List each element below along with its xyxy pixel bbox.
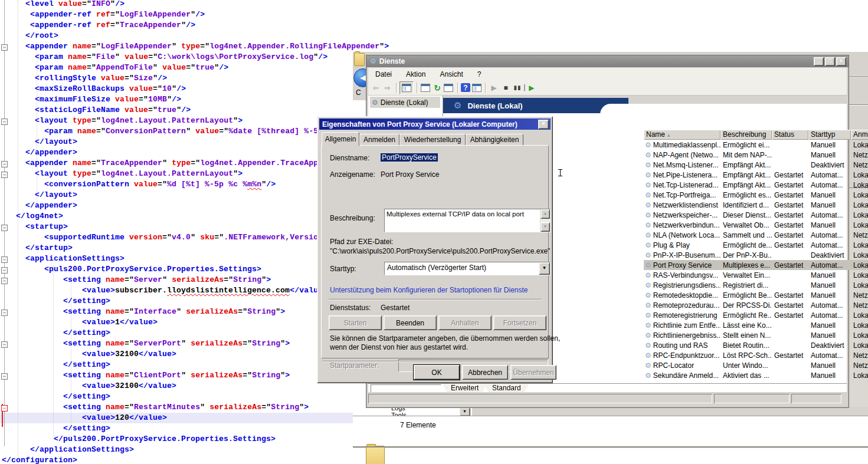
code-line[interactable]: <param name="AppendToFile" value="true"/… [2,62,389,73]
menu-aktion[interactable]: Aktion [399,70,433,78]
chevron-down-icon[interactable]: ▼ [539,262,550,275]
table-row[interactable]: ⚙Remotedesktopdie...Ermöglicht Be...Gest… [644,290,868,300]
code-line[interactable]: <rollingStyle value="Size"/> [2,73,389,84]
table-row[interactable]: ⚙Multimediaklassenpl...Ermöglicht ei...M… [644,140,868,150]
services-titlebar[interactable]: ⚙ Dienste _ □ × [366,55,849,67]
code-line[interactable]: <staticLogFileName value="true"/> [2,105,389,116]
startup-options-link[interactable]: Unterstützung beim Konfigurieren der Sta… [330,286,528,294]
service-gear-icon: ⚙ [645,192,651,199]
code-line[interactable]: </applicationSettings> [2,445,389,455]
tab-anmelden[interactable]: Anmelden [359,134,399,146]
table-row[interactable]: ⚙NLA (Network Loca...Sammelt und ...Gest… [644,230,868,240]
menu-datei[interactable]: Datei [368,70,399,78]
code-line[interactable]: </setting> [2,423,389,434]
code-line[interactable]: <maxSizeRollBackups value="10"/> [2,84,389,94]
service-name: ⚙Netzwerkspeicher-... [644,211,720,219]
column-header-name[interactable]: Name ▲ [644,130,720,140]
code-line[interactable]: <appender-ref ref="LogFileAppender"/> [2,9,389,20]
code-line[interactable]: <level value="INFO"/> [2,0,389,9]
table-row[interactable]: ⚙PnP-X-IP-Busenum...Der PnP-X-Bu...Deakt… [644,250,868,260]
table-row[interactable]: ⚙RemoteregistrierungErmöglicht Re...Gest… [644,310,868,320]
table-row[interactable]: ⚙Net.Pipe-Listenera...Empfängt Akt...Ges… [644,170,868,180]
extended-view-icon[interactable] [471,83,482,93]
export-list-icon[interactable]: → [444,83,454,93]
table-row[interactable]: ⚙Remoteprozedurau...Der RPCSS-Di...Gesta… [644,300,868,310]
menu-ansicht[interactable]: Ansicht [433,70,470,78]
code-line[interactable]: <setting name="RestartMinutes" serialize… [2,402,389,413]
column-header-starttyp[interactable]: Starttyp [808,130,851,140]
properties-icon[interactable] [420,83,431,93]
description-field[interactable]: Multiplexes external TCP/IP data on loca… [384,209,551,232]
table-row[interactable]: ⚙Net.Tcp-Portfreiga...Ermöglicht es...Ge… [644,190,868,200]
code-line[interactable]: </configuration> [2,455,389,464]
column-header-status[interactable]: Status [772,130,808,140]
table-row[interactable]: ⚙Routing und RASBietet Routin...Deaktivi… [644,340,868,350]
statusbar [368,392,847,406]
maximize-button[interactable]: □ [825,57,835,66]
scroll-down-icon[interactable]: ▼ [541,222,550,232]
service-name: ⚙Routing und RAS [644,341,720,350]
table-row[interactable]: ⚙Richtlinie zum Entfe...Lässt eine Ko...… [644,320,868,330]
service-logon: Lokales System [851,241,868,249]
table-row[interactable]: ⚙Richtlinienergebniss...Stellt einen N..… [644,330,868,340]
service-gear-icon: ⚙ [645,322,651,329]
table-row[interactable]: ⚙Net.Msmq-Listener...Empfängt Akt...Deak… [644,160,868,170]
table-row[interactable]: ⚙Sekundäre Anmeld...Aktiviert das ...Man… [644,370,868,380]
menu-help[interactable]: ? [470,70,489,78]
table-row[interactable]: ⚙Net.Tcp-Listenerad...Empfängt Akt...Ges… [644,180,868,190]
service-name-label: Dienstname: [330,154,369,162]
minimize-button[interactable]: _ [814,57,824,66]
description-scrollbar[interactable]: ▲ ▼ [540,209,550,232]
restart-service-icon[interactable]: ▏▶ [524,83,535,93]
pause-service-icon[interactable]: ▮▮ [512,83,523,93]
tab-allgemein[interactable]: Allgemein [322,132,359,146]
help-icon[interactable]: ? [461,83,470,92]
übernehmen-button[interactable]: Übernehmen [510,365,556,380]
code-line[interactable]: </setting> [2,391,389,402]
service-status: Gestartet [772,381,808,383]
ok-button[interactable]: OK [414,365,460,380]
dialog-titlebar[interactable]: Eigenschaften von Port Proxy Service (Lo… [319,119,551,130]
column-header-beschreibung[interactable]: Beschreibung [720,130,772,140]
refresh-icon[interactable]: ↻ [432,83,443,93]
tab-abhaengigkeiten[interactable]: Abhängigkeiten [466,134,523,146]
service-name: ⚙Sekundäre Anmeld... [644,371,720,380]
service-starttype: Automat... [808,171,851,179]
starten-button[interactable]: Starten [329,315,382,330]
fortsetzen-button[interactable]: Fortsetzen [493,315,546,330]
code-line[interactable]: <maximumFileSize value="10MB"/> [2,94,389,105]
dropdown-button[interactable]: ▼ [459,407,470,416]
table-row[interactable]: ⚙ServerUnterstützt D...GestartetAutomat.… [644,380,868,383]
table-row[interactable]: ⚙Plug & PlayErmöglicht de...GestartetAut… [644,240,868,250]
close-icon[interactable]: × [538,120,549,129]
column-header-anmelden-als[interactable]: Anmelden als [851,130,868,140]
table-row[interactable]: ⚙RAS-Verbindungsv...Verwaltet Ein...Manu… [644,270,868,280]
table-row[interactable]: ⚙NetzwerklistendienstIdentifiziert d...G… [644,200,868,210]
show-console-tree-icon[interactable] [399,81,414,94]
table-row[interactable]: ⚙Port Proxy ServiceMultiplexes e...Gesta… [644,260,868,270]
table-row[interactable]: ⚙Registrierungsdiens...Registriert di...… [644,280,868,290]
beenden-button[interactable]: Beenden [384,315,437,330]
back-icon[interactable]: ⇦ [371,83,381,93]
forward-icon[interactable]: ⇨ [382,83,393,93]
code-line[interactable]: </puls200.PortProxyService.Properties.Se… [2,434,389,445]
tab-wiederherstellung[interactable]: Wiederherstellung [399,134,466,146]
scroll-up-icon[interactable]: ▲ [541,209,550,219]
code-line[interactable]: </root> [2,31,389,41]
tree-item-dienste-lokal[interactable]: ⚙ Dienste (Lokal) [370,97,440,108]
close-button[interactable]: × [836,57,846,66]
code-line[interactable]: <appender-ref ref="TraceAppender"/> [2,20,389,31]
code-line[interactable]: <value>120</value> [2,413,389,423]
stop-service-icon[interactable]: ■ [500,83,511,93]
start-service-icon[interactable]: ▶ [489,83,499,93]
abbrechen-button[interactable]: Abbrechen [462,365,508,380]
table-row[interactable]: ⚙RPC-Endpunktzuor...Löst RPC-Sch...Gesta… [644,350,868,360]
startup-type-combobox[interactable]: Automatisch (Verzögerter Start) ▼ [384,262,551,275]
code-line[interactable]: <appender name="LogFileAppender" type="l… [2,41,389,52]
table-row[interactable]: ⚙RPC-LocatorUnter Windo...ManuellNetzwer… [644,360,868,370]
table-row[interactable]: ⚙NAP-Agent (Netwo...Mit dem NAP-...Manue… [644,150,868,160]
table-row[interactable]: ⚙Netzwerkverbindun...Verwaltet Ob...Gest… [644,220,868,230]
anhalten-button[interactable]: Anhalten [438,315,492,330]
code-line[interactable]: <param name="File" value="C:\work\logs\P… [2,52,389,62]
table-row[interactable]: ⚙Netzwerkspeicher-...Dieser Dienst...Ges… [644,210,868,220]
